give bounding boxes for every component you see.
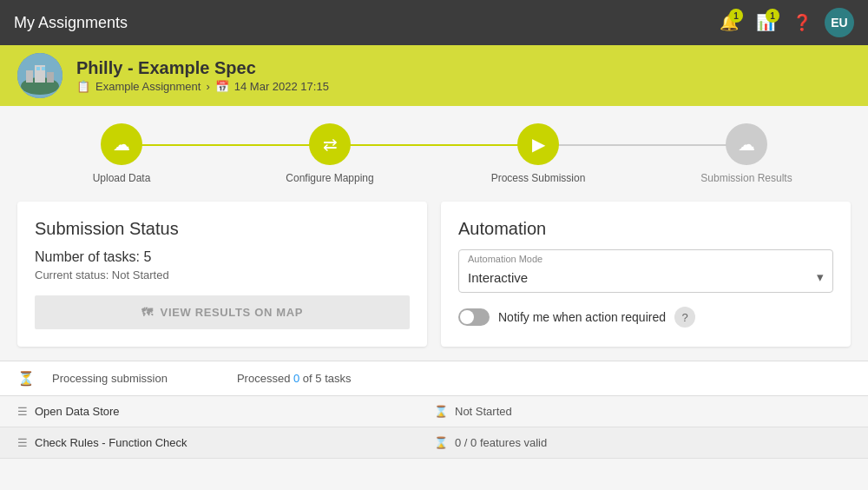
view-results-map-button[interactable]: 🗺 VIEW RESULTS ON MAP [35, 295, 410, 329]
question-icon: ❓ [792, 13, 812, 32]
notify-help-button[interactable]: ? [674, 307, 695, 328]
step-process-submission: ▶ Process Submission [434, 123, 642, 184]
processing-spinner-icon: ⏳ [17, 370, 35, 387]
processing-bar: ⏳ Processing submission Processed 0 of 5… [0, 361, 868, 396]
task-item: ☰ Open Data Store ⌛ Not Started [0, 396, 868, 427]
notify-label: Notify me when action required [498, 310, 666, 324]
task-menu-icon-2: ☰ [17, 436, 28, 449]
user-avatar[interactable]: EU [825, 8, 854, 37]
map-icon: 🗺 [141, 306, 154, 319]
project-icon [17, 53, 62, 98]
task-item: ☰ Check Rules - Function Check ⌛ 0 / 0 f… [0, 427, 868, 459]
breadcrumb-separator: › [206, 80, 209, 93]
breadcrumb-calendar-icon: 📅 [215, 80, 229, 93]
header-icons: 🔔 1 📊 1 ❓ EU [715, 8, 854, 37]
svg-rect-2 [26, 70, 33, 83]
processed-count: 0 [293, 372, 299, 385]
automation-mode-value-row: Interactive ▾ [459, 264, 832, 292]
svg-rect-4 [47, 72, 54, 83]
header: My Assignments 🔔 1 📊 1 ❓ EU [0, 0, 868, 45]
breadcrumb-item1: Example Assignment [95, 80, 201, 93]
current-status: Current status: Not Started [35, 268, 410, 281]
submission-status-title: Submission Status [35, 219, 410, 239]
step-upload-data: ☁ Upload Data [17, 123, 226, 184]
svg-rect-6 [42, 67, 45, 70]
task-status-1: ⌛ Not Started [434, 405, 851, 418]
main-content: ☁ Upload Data ⇄ Configure Mapping ▶ Proc… [0, 106, 868, 347]
help-button[interactable]: ❓ [788, 9, 816, 36]
swap-icon: ⇄ [323, 134, 338, 155]
reports-badge: 1 [766, 9, 779, 23]
upload-cloud-icon: ☁ [113, 134, 130, 155]
step-configure-circle: ⇄ [309, 123, 351, 165]
tasks-count: Number of tasks: 5 [35, 249, 410, 265]
automation-title: Automation [458, 219, 833, 239]
breadcrumb-date: 14 Mar 2022 17:15 [234, 80, 329, 93]
notify-row: Notify me when action required [458, 308, 666, 326]
step-submission-results: ☁ Submission Results [642, 123, 851, 184]
results-cloud-icon: ☁ [738, 134, 755, 155]
step-upload-label: Upload Data [93, 172, 151, 184]
project-info: Philly - Example Spec 📋 Example Assignme… [76, 58, 329, 93]
automation-mode-field: Automation Mode Interactive ▾ [458, 249, 833, 293]
automation-card: Automation Automation Mode Interactive ▾… [441, 202, 851, 347]
reports-button[interactable]: 📊 1 [752, 9, 779, 36]
breadcrumb: 📋 Example Assignment › 📅 14 Mar 2022 17:… [76, 80, 329, 93]
step-results-circle: ☁ [726, 123, 767, 165]
header-title: My Assignments [14, 14, 128, 32]
chevron-down-icon[interactable]: ▾ [817, 269, 824, 285]
task-name-2: ☰ Check Rules - Function Check [17, 436, 434, 449]
step-upload-circle: ☁ [101, 123, 142, 165]
play-icon: ▶ [532, 134, 545, 155]
task-list: ☰ Open Data Store ⌛ Not Started ☰ Check … [0, 396, 868, 459]
task-menu-icon-1: ☰ [17, 405, 28, 418]
cards-row: Submission Status Number of tasks: 5 Cur… [17, 202, 851, 347]
step-process-circle: ▶ [517, 123, 559, 165]
sub-header: Philly - Example Spec 📋 Example Assignme… [0, 45, 868, 106]
svg-rect-5 [36, 67, 40, 70]
stepper: ☁ Upload Data ⇄ Configure Mapping ▶ Proc… [17, 123, 851, 184]
step-results-label: Submission Results [700, 172, 792, 184]
notifications-button[interactable]: 🔔 1 [715, 9, 743, 36]
step-process-label: Process Submission [491, 172, 586, 184]
breadcrumb-doc-icon: 📋 [76, 80, 90, 93]
notifications-badge: 1 [729, 9, 743, 23]
task-hourglass-icon-1: ⌛ [434, 405, 448, 418]
processed-text: Processed 0 of 5 tasks [237, 372, 352, 385]
step-configure-mapping: ⇄ Configure Mapping [226, 123, 434, 184]
notify-toggle[interactable] [458, 308, 490, 326]
task-name-1: ☰ Open Data Store [17, 405, 434, 418]
automation-mode-label: Automation Mode [459, 250, 832, 264]
task-status-2: ⌛ 0 / 0 features valid [434, 436, 851, 449]
processing-label: Processing submission [52, 372, 168, 385]
project-title: Philly - Example Spec [76, 58, 329, 78]
step-configure-label: Configure Mapping [286, 172, 373, 184]
submission-status-card: Submission Status Number of tasks: 5 Cur… [17, 202, 427, 347]
task-hourglass-icon-2: ⌛ [434, 436, 448, 449]
